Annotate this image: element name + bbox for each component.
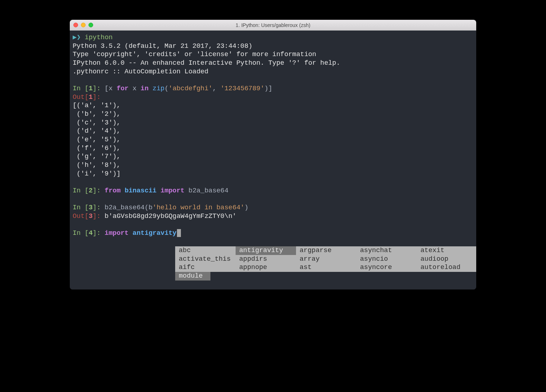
completion-item[interactable]: appnope	[236, 263, 296, 272]
completion-item[interactable]: activate_this	[175, 255, 236, 264]
completion-item[interactable]: asynchat	[356, 246, 417, 255]
out-label: Out[	[73, 94, 88, 101]
shell-prompt-line: ▶❯ ipython	[73, 33, 473, 42]
cursor-icon	[177, 229, 181, 237]
input-cell-2: In [2]: from binascii import b2a_base64	[73, 187, 473, 195]
string-literal: 'abcdefghi'	[169, 85, 213, 92]
output-label-1: Out[1]:	[73, 93, 473, 102]
in-suffix: ]:	[93, 204, 105, 211]
output-line: ('g', '7'),	[73, 152, 473, 161]
completion-item[interactable]: atexit	[417, 246, 476, 255]
sp	[185, 187, 188, 195]
completion-item-selected[interactable]: antigravity	[236, 246, 296, 255]
output-line: ('e', '5'),	[73, 136, 473, 144]
import-name: b2a_base64	[188, 187, 228, 195]
in-label: In [	[73, 187, 88, 195]
window-title: 1. IPython: Users/gableroux (zsh)	[73, 22, 473, 28]
banner-line: Python 3.5.2 (default, Mar 21 2017, 23:4…	[73, 42, 473, 51]
completion-item[interactable]: array	[296, 255, 356, 264]
output-value: 'aGVsbG8gd29ybGQgaW4gYmFzZTY0\n'	[109, 213, 236, 220]
in-num: 2	[88, 187, 92, 195]
blank-line	[73, 195, 473, 204]
in-label: In [	[73, 85, 88, 92]
in-suffix: ]:	[93, 187, 105, 195]
input-cell-4: In [4]: import antigravity	[73, 229, 473, 238]
completion-row: aifc appnope ast asyncore autoreload	[175, 263, 476, 272]
kw-import: import	[160, 187, 185, 195]
input-cell-1: In [1]: [x for x in zip('abcdefghi', '12…	[73, 85, 473, 93]
output-cell-3: Out[3]: b'aGVsbG8gd29ybGQgaW4gYmFzZTY0\n…	[73, 212, 473, 221]
out-suffix: ]:	[93, 94, 101, 101]
sp	[128, 229, 132, 237]
banner-line: Type 'copyright', 'credits' or 'license'…	[73, 50, 473, 59]
output-line: ('b', '2'),	[73, 110, 473, 119]
completion-item[interactable]: audioop	[417, 255, 476, 264]
maximize-icon[interactable]	[88, 23, 93, 27]
code-open: [x	[105, 85, 117, 92]
blank-line	[73, 221, 473, 229]
out-num: 1	[88, 94, 92, 101]
out-label: Out[	[73, 213, 88, 220]
completion-type-row: module	[175, 272, 476, 281]
output-line: ('f', '6'),	[73, 144, 473, 153]
in-num: 4	[88, 229, 92, 237]
input-cell-3: In [3]: b2a_base64(b'hello world in base…	[73, 204, 473, 212]
in-num: 3	[88, 204, 92, 211]
output-line: ('h', '8'),	[73, 161, 473, 170]
code: ,	[213, 85, 220, 92]
banner-line: .pythonrc :: AutoCompletion Loaded	[73, 68, 473, 76]
output-line: ('i', '9')]	[73, 170, 473, 178]
sp	[120, 187, 124, 195]
completion-item[interactable]: asyncio	[356, 255, 417, 264]
output-line: [('a', '1'),	[73, 101, 473, 110]
string-literal: '123456789'	[220, 85, 264, 92]
fn-call: b2a_base64	[105, 204, 145, 211]
kw-from: from	[105, 187, 120, 195]
completion-item[interactable]: appdirs	[236, 255, 296, 264]
completion-item[interactable]: abc	[175, 246, 236, 255]
bytes-prefix: b	[105, 213, 109, 220]
kw-in: in	[141, 85, 149, 92]
sp	[156, 187, 160, 195]
code	[149, 85, 153, 92]
out-suffix: ]:	[93, 213, 105, 220]
close-icon[interactable]	[73, 23, 78, 27]
in-label: In [	[73, 204, 88, 211]
completion-item[interactable]: argparse	[296, 246, 356, 255]
completion-item[interactable]: ast	[296, 263, 356, 272]
terminal-body[interactable]: ▶❯ ipython Python 3.5.2 (default, Mar 21…	[70, 31, 476, 290]
titlebar[interactable]: 1. IPython: Users/gableroux (zsh)	[70, 20, 476, 31]
in-suffix: ]:	[93, 229, 105, 237]
output-line: ('d', '4'),	[73, 127, 473, 136]
completion-popup: abc antigravity argparse asynchat atexit…	[175, 246, 476, 281]
fn-zip: zip	[153, 85, 164, 92]
string-literal: 'hello world in base64'	[153, 204, 244, 211]
code: (	[145, 204, 149, 211]
bytes-prefix: b	[149, 204, 153, 211]
in-label: In [	[73, 229, 88, 237]
completion-item[interactable]: autoreload	[417, 263, 476, 272]
output-line: ('c', '3'),	[73, 119, 473, 127]
in-num: 1	[88, 85, 92, 92]
completion-row: abc antigravity argparse asynchat atexit	[175, 246, 476, 255]
terminal-window: 1. IPython: Users/gableroux (zsh) ▶❯ ipy…	[70, 20, 476, 290]
kw-for: for	[117, 85, 128, 92]
prompt-chevrons: ▶❯	[73, 34, 85, 41]
kw-import: import	[105, 229, 129, 237]
traffic-lights	[73, 23, 93, 27]
code: )	[244, 204, 248, 211]
shell-command: ipython	[85, 34, 113, 41]
module-name: binascii	[124, 187, 156, 195]
completion-row: activate_this appdirs array asyncio audi…	[175, 255, 476, 264]
out-num: 3	[88, 213, 92, 220]
minimize-icon[interactable]	[81, 23, 86, 27]
completion-type-label: module	[175, 272, 210, 281]
completion-item[interactable]: asyncore	[356, 263, 417, 272]
code: )]	[264, 85, 272, 92]
completion-item[interactable]: aifc	[175, 263, 236, 272]
banner-line: IPython 6.0.0 -- An enhanced Interactive…	[73, 59, 473, 68]
code: (	[164, 85, 168, 92]
in-suffix: ]:	[93, 85, 105, 92]
module-name: antigravity	[133, 229, 177, 237]
blank-line	[73, 178, 473, 187]
